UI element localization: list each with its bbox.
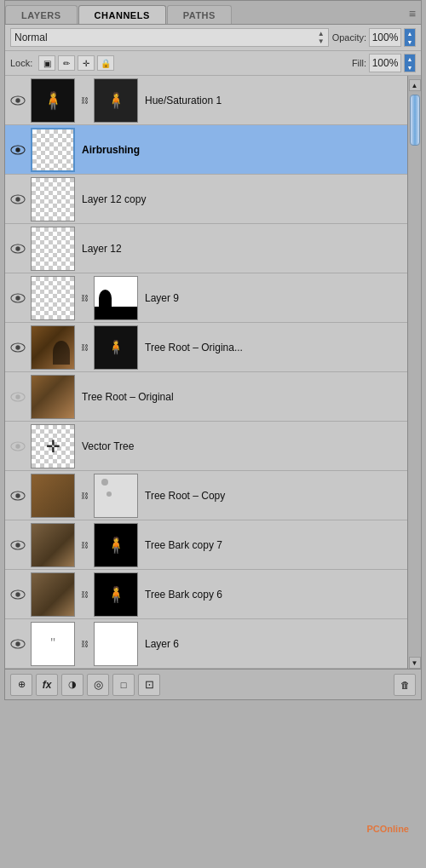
fill-layer-button[interactable]: ◎ [87,674,109,696]
link-chain-icon: ⛓ [78,93,90,108]
fill-stepper[interactable]: ▲ ▼ [404,54,416,72]
layers-panel: LAYERS CHANNELS PATHS ≡ Normal ▲▼ Opacit… [4,0,422,700]
eye-visibility-icon[interactable] [9,486,27,505]
layer-name-label: Airbrushing [78,144,404,156]
layer-thumb-main: ✛ [31,424,75,468]
tab-layers[interactable]: LAYERS [5,5,78,24]
lock-all-button[interactable]: 🔒 [97,55,114,71]
layer-thumb-main [31,375,75,419]
blend-mode-select[interactable]: Normal ▲▼ [10,28,329,47]
layer-row[interactable]: ⛓ 🧍 Tree Bark copy 7 [5,520,407,570]
layer-row[interactable]: ⛓ 🧍 Tree Root – Origina... [5,323,407,372]
link-chain-icon: ⛓ [78,290,90,306]
lock-label: Lock: [10,58,32,68]
eye-visibility-icon[interactable] [9,91,27,110]
opacity-label: Opacity: [332,32,366,43]
fill-label: Fill: [352,58,366,68]
layer-name-label: Tree Root – Original [78,391,404,403]
layer-row[interactable]: ⛓ Layer 9 [5,273,407,323]
svg-point-11 [15,345,20,349]
layer-name-label: Hue/Saturation 1 [141,95,404,106]
link-layers-button[interactable]: ⊕ [10,674,32,696]
eye-visibility-icon[interactable] [9,190,27,209]
eye-visibility-icon[interactable] [9,437,27,456]
layer-thumb-main [31,128,75,172]
layer-thumb-mask [94,474,138,518]
layer-name-label: Tree Root – Origina... [141,342,404,354]
layers-scrollbar: ▲ ▼ [407,76,421,669]
delete-layer-button[interactable]: 🗑 [394,674,416,696]
opacity-input[interactable]: 100% [369,28,401,47]
new-layer-button[interactable]: ⊡ [138,674,160,696]
layer-thumb-main: " [31,622,75,666]
lock-move-button[interactable]: ✛ [78,55,95,71]
eye-visibility-icon[interactable] [9,388,27,406]
effects-button[interactable]: fx [36,674,58,696]
svg-point-23 [15,641,20,646]
layer-row[interactable]: ✛ Vector Tree [5,422,407,471]
layer-thumb-main [31,572,75,617]
layer-thumb-main [31,474,75,518]
eye-visibility-icon[interactable] [9,239,27,258]
lock-paint-button[interactable]: ✏ [58,55,75,71]
eye-visibility-icon[interactable] [9,635,27,653]
layers-main: 🧍 ⛓ 🧍 Hue/Saturation 1 [5,76,421,669]
layer-thumb-main [31,523,75,567]
link-chain-icon: ⛓ [78,636,90,652]
layer-name-label: Vector Tree [78,440,404,452]
layer-thumb-main [31,177,75,221]
eye-visibility-icon[interactable] [9,585,27,604]
layer-thumb-mask [94,276,138,320]
fill-input[interactable]: 100% [369,54,401,72]
layer-thumb-mask: 🧍 [94,78,138,123]
tab-bar: LAYERS CHANNELS PATHS ≡ [5,1,421,25]
panel-menu-button[interactable]: ≡ [404,3,421,24]
layer-row[interactable]: Airbrushing [5,125,407,175]
layer-row[interactable]: ⛓ 🧍 Tree Bark copy 6 [5,570,407,619]
svg-point-13 [15,394,20,399]
layer-thumb-mask [94,622,138,666]
scroll-up-button[interactable]: ▲ [409,79,421,91]
scroll-down-button[interactable]: ▼ [409,657,421,669]
layer-thumb-main [31,276,75,320]
svg-point-21 [15,592,20,596]
layer-thumb-main [31,227,75,271]
layer-thumb-mask: 🧍 [94,523,138,567]
new-group-button[interactable]: □ [112,674,135,696]
layer-name-label: Layer 9 [141,292,404,304]
link-chain-icon: ⛓ [78,587,90,602]
adjustment-layer-button[interactable]: ◑ [61,674,83,696]
layer-thumb-main [31,325,75,370]
blend-opacity-row: Normal ▲▼ Opacity: 100% ▲ ▼ [5,25,421,51]
layer-row[interactable]: 🧍 ⛓ 🧍 Hue/Saturation 1 [5,76,407,125]
layer-row[interactable]: " ⛓ Layer 6 [5,619,407,669]
eye-visibility-icon[interactable] [9,338,27,357]
link-chain-icon: ⛓ [78,340,90,355]
layer-row[interactable]: Layer 12 copy [5,175,407,224]
tab-channels[interactable]: CHANNELS [78,5,166,24]
layer-row[interactable]: Layer 12 [5,224,407,273]
svg-point-1 [15,98,20,102]
layer-name-label: Tree Root – Copy [141,490,404,502]
tab-paths[interactable]: PATHS [167,5,232,24]
svg-point-15 [15,444,20,448]
layer-name-label: Layer 12 [78,243,404,255]
layer-thumb-main: 🧍 [31,78,75,123]
blend-arrows: ▲▼ [318,30,325,45]
layer-row[interactable]: ⛓ Tree Root – Copy [5,471,407,520]
opacity-stepper[interactable]: ▲ ▼ [404,28,416,47]
layer-name-label: Tree Bark copy 7 [141,539,404,551]
layer-row[interactable]: Tree Root – Original [5,372,407,422]
layer-thumb-mask: 🧍 [94,572,138,617]
eye-visibility-icon[interactable] [9,536,27,555]
eye-visibility-icon[interactable] [9,141,27,159]
eye-visibility-icon[interactable] [9,289,27,308]
lock-pixels-button[interactable]: ▣ [38,55,55,71]
link-chain-icon: ⛓ [78,488,90,503]
svg-point-5 [15,197,20,201]
svg-point-3 [15,147,20,152]
svg-point-19 [15,543,20,547]
layer-name-label: Tree Bark copy 6 [141,589,404,601]
fill-group: Fill: 100% ▲ ▼ [352,54,416,72]
scroll-thumb[interactable] [410,95,420,146]
